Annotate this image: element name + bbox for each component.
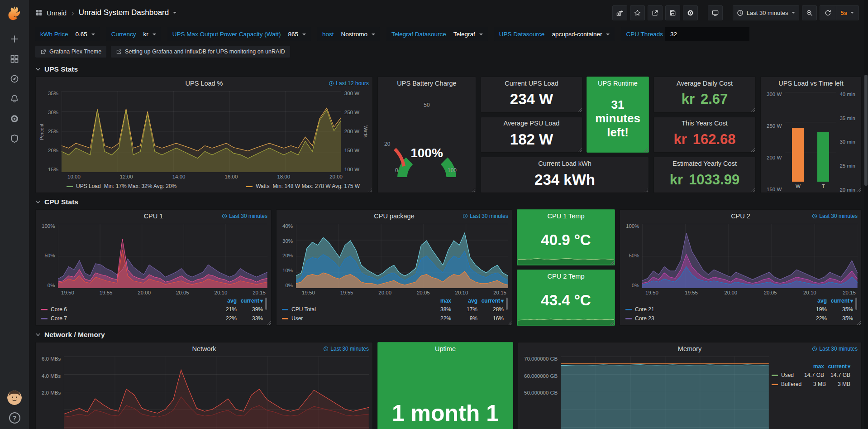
panel-time-badge[interactable]: Last 30 minutes — [812, 213, 858, 219]
legend-series-name[interactable]: Buffered — [772, 381, 801, 387]
legend-series-name[interactable]: Core 6 — [41, 306, 210, 313]
panel-time-badge[interactable]: Last 30 minutes — [463, 213, 508, 219]
alerting-bell-icon[interactable] — [4, 89, 25, 109]
legend-series-name[interactable]: Core 7 — [41, 315, 210, 322]
time-badge-label: Last 30 minutes — [819, 346, 858, 352]
legend-scrollbar[interactable] — [506, 298, 508, 310]
cpu-stats-row: CPU 1 Last 30 minutes 100%50%0% — [35, 209, 862, 326]
dashboard-title[interactable]: Unraid System Dashboard — [79, 8, 176, 17]
panel-legend: UPS Load Min: 17% Max: 32% Avg: 20% Watt… — [36, 181, 372, 193]
create-plus-icon[interactable] — [4, 29, 25, 49]
sidebar-bottom — [7, 390, 22, 424]
legend-header[interactable]: max — [798, 363, 824, 370]
cpu-threads-input[interactable] — [665, 27, 749, 41]
share-dashboard-button[interactable] — [648, 5, 663, 20]
explore-compass-icon[interactable] — [4, 69, 25, 89]
panel-title[interactable]: CPU 1 Temp — [517, 210, 615, 222]
star-dashboard-button[interactable] — [630, 5, 645, 20]
panel-title[interactable]: Current Load kWh — [481, 157, 649, 169]
grafana-logo-icon[interactable] — [5, 4, 24, 24]
cpu-package-plot[interactable] — [296, 224, 508, 288]
panel-title[interactable]: UPS Battery Charge — [378, 77, 476, 89]
refresh-interval-picker[interactable]: 5s — [836, 6, 858, 20]
grafana-app: Unraid › Unraid System Dashboard — [0, 0, 868, 429]
cpu2-plot[interactable] — [642, 224, 858, 288]
server-admin-shield-icon[interactable] — [4, 129, 25, 149]
panel-title[interactable]: This Years Cost — [654, 117, 755, 130]
panel-title[interactable]: Estimated Yearly Cost — [654, 157, 755, 169]
variable-value-dropdown[interactable]: Nostromo — [336, 27, 380, 41]
panel-title[interactable]: UPS Runtime — [587, 77, 649, 89]
legend-header-sorted[interactable]: current — [827, 298, 853, 304]
variable-value-dropdown[interactable]: 865 — [283, 27, 311, 41]
panel-title[interactable]: UPS Load vs Time left — [761, 77, 861, 89]
refresh-button[interactable] — [820, 6, 836, 20]
panel-title[interactable]: Average Daily Cost — [654, 77, 755, 89]
time-badge-label: Last 30 minutes — [819, 213, 858, 219]
ups-load-plot[interactable] — [62, 91, 341, 172]
panel-time-badge[interactable]: Last 30 minutes — [222, 213, 267, 219]
time-range-picker[interactable]: Last 30 minutes — [733, 5, 799, 20]
variable-value-dropdown[interactable]: Telegraf — [448, 27, 488, 41]
legend-value: 14.7 GB — [824, 372, 850, 378]
dashboard-settings-button[interactable] — [683, 5, 698, 20]
zoom-out-time-button[interactable] — [802, 5, 817, 20]
variable-label: host — [317, 27, 336, 41]
panel-title[interactable]: Current UPS Load — [481, 77, 582, 89]
legend-header[interactable]: max — [425, 298, 451, 304]
gauge-scale-min: 0 — [395, 167, 398, 174]
legend-header-sorted[interactable]: current — [237, 298, 263, 304]
network-plot[interactable] — [64, 357, 369, 429]
cycle-view-mode-button[interactable] — [708, 5, 723, 20]
legend-value: 21% — [210, 306, 237, 313]
page-scrollbar-thumb[interactable] — [864, 75, 868, 186]
variable-value-dropdown[interactable]: kr — [138, 27, 161, 41]
legend-series-name[interactable]: UPS Load — [76, 183, 101, 189]
currency-amount: 1033.99 — [689, 172, 739, 188]
legend-header[interactable]: avg — [801, 298, 827, 304]
panel-title[interactable]: CPU 2 Temp — [517, 270, 615, 282]
user-avatar[interactable] — [7, 390, 22, 405]
panel-legend-table: max avg current CPU Total 38% 17% 28% Us… — [277, 296, 512, 325]
breadcrumb-folder[interactable]: Unraid — [47, 9, 67, 17]
link-ups-monitoring-guide[interactable]: Setting up Grafana and InfluxDB for UPS … — [111, 46, 290, 58]
panel-title[interactable]: Network — [36, 342, 372, 355]
save-dashboard-button[interactable] — [665, 5, 680, 20]
legend-series-name[interactable]: Watts — [256, 183, 269, 189]
link-grafana-plex-theme[interactable]: Grafana Plex Theme — [35, 46, 106, 58]
legend-header-row: max current — [772, 362, 850, 371]
variable-value-dropdown[interactable]: 0.65 — [71, 27, 100, 41]
help-icon[interactable] — [9, 412, 20, 424]
legend-header-sorted[interactable]: current — [824, 363, 850, 370]
variable-value-dropdown[interactable]: apcupsd-container — [547, 27, 615, 41]
legend-series-name[interactable]: CPU Total — [282, 306, 425, 313]
memory-plot[interactable] — [561, 357, 769, 429]
panel-time-badge[interactable]: Last 12 hours — [329, 80, 369, 87]
legend-scrollbar[interactable] — [265, 298, 267, 310]
section-cpu-stats[interactable]: CPU Stats — [35, 195, 862, 209]
breadcrumb: Unraid › Unraid System Dashboard — [35, 8, 176, 17]
configuration-gear-icon[interactable] — [4, 109, 25, 129]
legend-series-name[interactable]: Core 23 — [625, 315, 801, 322]
legend-series-name[interactable]: Used — [772, 372, 798, 378]
panel-title[interactable]: Uptime — [378, 342, 513, 355]
panel-title[interactable]: Average PSU Load — [481, 117, 582, 130]
panel-title[interactable]: Memory — [518, 342, 861, 355]
legend-series-name[interactable]: User — [282, 315, 425, 322]
add-panel-button[interactable] — [612, 5, 627, 20]
cpu1-plot[interactable] — [58, 224, 267, 288]
panel-time-badge[interactable]: Last 30 minutes — [323, 346, 369, 352]
legend-scrollbar[interactable] — [855, 298, 857, 310]
panel-title[interactable]: UPS Load % — [36, 77, 372, 89]
section-network-memory[interactable]: Network / Memory — [35, 328, 862, 342]
chevron-down-icon — [372, 34, 375, 35]
dashboards-icon[interactable] — [4, 49, 25, 69]
section-ups-stats[interactable]: UPS Stats — [35, 62, 862, 77]
currency-amount: 162.68 — [693, 131, 736, 148]
legend-header[interactable]: avg — [451, 298, 477, 304]
panel-time-badge[interactable]: Last 30 minutes — [812, 346, 858, 352]
legend-header-sorted[interactable]: current — [477, 298, 504, 304]
legend-series-name[interactable]: Core 21 — [625, 306, 801, 313]
legend-header[interactable]: avg — [210, 298, 237, 304]
page-scrollbar[interactable] — [864, 0, 868, 429]
